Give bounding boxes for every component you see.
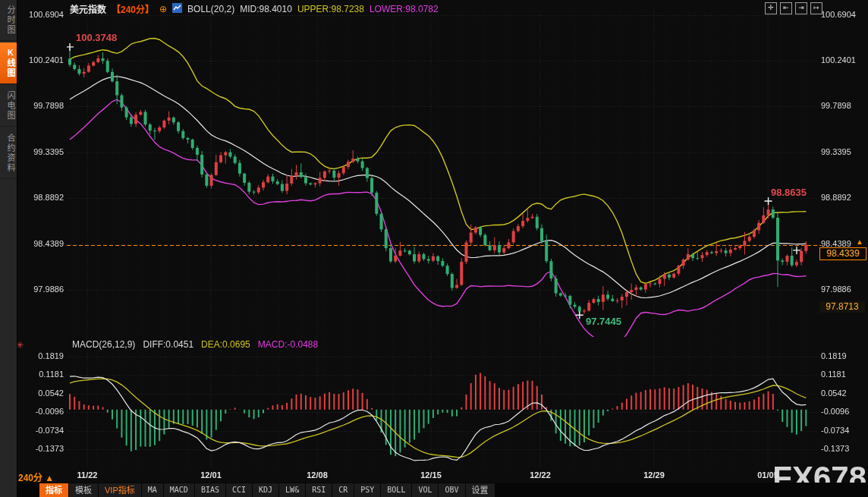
mini-chart-icon — [172, 3, 182, 15]
macd-name: MACD(26,12,9) — [72, 339, 135, 350]
price-tick-label: 97.9886 — [15, 285, 64, 294]
toolbar-button-vol[interactable]: VOL — [412, 483, 438, 497]
macd-legend: MACD(26,12,9) DIFF:0.0451 DEA:0.0695 MAC… — [72, 339, 318, 350]
toolbar-button-rsi[interactable]: RSI — [306, 483, 332, 497]
range-end-icon[interactable]: ⇥ — [795, 2, 807, 14]
boll-upper-value: UPPER:98.7238 — [297, 4, 364, 14]
price-tick-label: 98.4389 — [15, 239, 64, 248]
price-tick-label: 97.9886 — [821, 285, 866, 294]
macd-tick-label: 0.0542 — [821, 388, 866, 398]
date-label: 01/05 — [750, 470, 785, 480]
date-label: 12/22 — [523, 470, 558, 480]
price-tick-label: 100.2401 — [821, 55, 866, 64]
price-annotation: 100.3748 — [76, 32, 117, 43]
date-label: 12/08 — [300, 470, 335, 480]
chart-type-sidebar: 分时图K线图闪电图合约资料 — [0, 0, 17, 497]
date-label: 12/15 — [414, 470, 448, 480]
indicator-toolbar: 指标模板VIP指标MAMACDBIASCCIKDJLW&RSICRPSYBOLL… — [39, 483, 495, 497]
toolbar-button-cci[interactable]: CCI — [226, 483, 252, 497]
toolbar-button-cr[interactable]: CR — [332, 483, 354, 497]
macd-dea-value: DEA:0.0695 — [201, 339, 250, 350]
price-tick-label: 100.6904 — [821, 10, 866, 19]
main-chart-canvas[interactable] — [0, 0, 868, 497]
toolbar-button-template[interactable]: 模板 — [69, 483, 98, 497]
macd-tick-label: -0.1373 — [15, 444, 64, 453]
period-selector[interactable]: 240分 ▲ — [18, 470, 54, 483]
kline-legend: 美元指数 【240分】 ⊕ BOLL(20,2) MID:98.4010 UPP… — [70, 2, 439, 15]
pan-icon[interactable]: ✛ — [765, 2, 777, 14]
price-tick-label: 100.6904 — [15, 10, 64, 19]
toolbar-button-macd[interactable]: MACD — [164, 483, 194, 497]
boll-label: BOLL(20,2) — [187, 4, 234, 14]
range-start-icon[interactable]: ⇤ — [780, 2, 792, 14]
symbol-name: 美元指数 — [70, 2, 106, 15]
date-label: 11/22 — [70, 470, 105, 480]
toolbar-button-kdj[interactable]: KDJ — [253, 483, 278, 497]
macd-tick-label: -0.0734 — [15, 426, 64, 435]
link-icon[interactable]: ⊕ — [159, 4, 167, 14]
sidebar-tab-lightning-chart[interactable]: 闪电图 — [0, 86, 17, 127]
toolbar-button-bias[interactable]: BIAS — [195, 483, 225, 497]
price-up-arrow-icon: ▲ — [856, 237, 863, 246]
macd-tick-label: -0.1373 — [821, 444, 866, 453]
macd-tick-label: -0.0734 — [821, 426, 866, 435]
macd-hist-value: MACD:-0.0488 — [258, 339, 318, 350]
current-price-tag: 98.4339 — [819, 247, 866, 260]
price-annotation: 98.8635 — [771, 187, 807, 198]
toolbar-button-vip-indicator[interactable]: VIP指标 — [99, 483, 141, 497]
date-label: 12/01 — [193, 470, 228, 480]
sidebar-tab-contract-info[interactable]: 合约资料 — [0, 128, 17, 179]
price-annotation: 97.7445 — [586, 316, 621, 327]
macd-tick-label: 0.1819 — [15, 351, 64, 360]
secondary-price-tag: 97.8713 — [819, 301, 865, 313]
chart-window: 分时图K线图闪电图合约资料 美元指数 【240分】 ⊕ BOLL(20,2) M… — [0, 0, 868, 497]
toolbar-button-settings[interactable]: 设置 — [466, 483, 495, 497]
price-tick-label: 98.8892 — [821, 193, 866, 202]
macd-tick-label: 0.1181 — [15, 370, 64, 379]
price-tick-label: 98.8892 — [15, 193, 64, 202]
price-tick-label: 99.7898 — [821, 101, 866, 110]
boll-lower-value: LOWER:98.0782 — [370, 4, 439, 14]
date-label: 12/29 — [637, 470, 671, 480]
toolbar-button-lw[interactable]: LW& — [279, 483, 305, 497]
price-tick-label: 99.7898 — [15, 101, 64, 110]
macd-tick-label: 0.1181 — [821, 370, 866, 379]
price-tick-label: 99.3395 — [821, 147, 866, 156]
sidebar-tab-time-chart[interactable]: 分时图 — [0, 0, 17, 41]
sidebar-tab-kline-chart[interactable]: K线图 — [0, 42, 17, 84]
macd-tick-label: -0.0096 — [15, 407, 64, 416]
toolbar-button-ma[interactable]: MA — [142, 483, 163, 497]
boll-mid-value: MID:98.4010 — [240, 4, 292, 14]
period-badge: 【240分】 — [112, 2, 154, 15]
macd-diff-value: DIFF:0.0451 — [143, 339, 193, 350]
macd-tick-label: -0.0096 — [821, 407, 866, 416]
macd-tick-label: 0.0542 — [15, 388, 64, 398]
price-tick-label: 100.2401 — [15, 55, 64, 64]
price-tick-label: 99.3395 — [15, 147, 64, 156]
macd-tick-label: 0.1819 — [821, 351, 866, 360]
toolbar-button-obv[interactable]: OBV — [439, 483, 464, 497]
toolbar-button-indicator[interactable]: 指标 — [39, 483, 68, 497]
window-controls: ✛⇤⇥↦ — [765, 2, 822, 14]
exit-right-icon[interactable]: ↦ — [810, 2, 822, 14]
toolbar-button-psy[interactable]: PSY — [354, 483, 380, 497]
toolbar-button-boll[interactable]: BOLL — [381, 483, 411, 497]
